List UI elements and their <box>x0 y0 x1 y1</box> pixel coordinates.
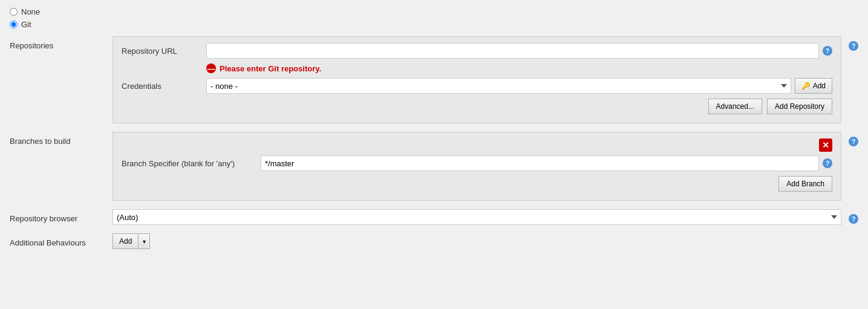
repo-browser-outer-help: ? <box>845 209 858 224</box>
repository-buttons: Advanced... Add Repository <box>122 99 832 114</box>
git-radio-item: Git <box>10 20 858 29</box>
branch-specifier-label: Branch Specifier (blank for 'any') <box>122 159 261 168</box>
repository-url-label: Repository URL <box>122 47 206 56</box>
none-radio-item: None <box>10 7 858 16</box>
error-icon: — <box>206 63 216 73</box>
none-label[interactable]: None <box>21 7 40 16</box>
additional-behaviours-label: Additional Behaviours <box>10 233 113 247</box>
repositories-help-icon[interactable]: ? <box>849 41 858 51</box>
credentials-select[interactable]: - none - <box>206 78 791 94</box>
scm-radio-group: None Git <box>10 7 858 29</box>
repositories-section: Repositories Repository URL ? — Please e… <box>10 36 858 123</box>
repo-browser-label: Repository browser <box>10 209 113 223</box>
git-radio[interactable] <box>10 21 18 28</box>
error-message: Please enter Git repository. <box>220 64 321 73</box>
branch-specifier-help-icon[interactable]: ? <box>823 158 832 168</box>
repo-browser-select[interactable]: (Auto) <box>113 209 841 225</box>
repo-browser-section: Repository browser (Auto) ? <box>10 209 858 225</box>
repository-url-help-icon[interactable]: ? <box>823 46 832 56</box>
key-icon: 🔑 <box>801 82 811 90</box>
none-radio[interactable] <box>10 8 18 16</box>
add-credentials-button[interactable]: 🔑 Add <box>795 78 832 94</box>
add-behaviour-dropdown: Add ▾ <box>113 233 150 249</box>
repository-url-error-row: — Please enter Git repository. <box>206 63 832 73</box>
branch-remove-row: ✕ <box>122 138 832 152</box>
page-container: None Git Repositories Repository URL ? —… <box>0 0 868 265</box>
branch-buttons: Add Branch <box>122 176 832 192</box>
repo-browser-row: (Auto) <box>113 209 841 225</box>
repositories-outer-help: ? <box>845 36 858 51</box>
remove-branch-button[interactable]: ✕ <box>819 138 832 152</box>
remove-icon: ✕ <box>822 140 829 150</box>
repository-url-input[interactable] <box>206 43 819 59</box>
chevron-down-icon: ▾ <box>143 238 146 245</box>
branches-outer-help: ? <box>845 132 858 146</box>
add-behaviour-main-button[interactable]: Add <box>113 233 138 249</box>
add-credentials-label: Add <box>813 82 826 90</box>
repo-browser-help-icon[interactable]: ? <box>849 214 858 224</box>
credentials-row: Credentials - none - 🔑 Add <box>122 78 832 94</box>
add-repository-button[interactable]: Add Repository <box>767 99 832 114</box>
credentials-label: Credentials <box>122 82 206 91</box>
branches-help-icon[interactable]: ? <box>849 137 858 146</box>
branches-content: ✕ Branch Specifier (blank for 'any') ? A… <box>113 132 841 201</box>
branch-specifier-row: Branch Specifier (blank for 'any') ? <box>122 155 832 171</box>
git-label[interactable]: Git <box>21 20 31 29</box>
branches-section: Branches to build ✕ Branch Specifier (bl… <box>10 132 858 201</box>
branches-label: Branches to build <box>10 132 113 146</box>
branch-specifier-input[interactable] <box>261 155 819 171</box>
repository-url-row: Repository URL ? <box>122 43 832 59</box>
advanced-button[interactable]: Advanced... <box>708 99 762 114</box>
add-behaviour-arrow-button[interactable]: ▾ <box>138 233 150 249</box>
repositories-label: Repositories <box>10 36 113 50</box>
repositories-content: Repository URL ? — Please enter Git repo… <box>113 36 841 123</box>
additional-behaviours-section: Additional Behaviours Add ▾ <box>10 233 858 249</box>
add-branch-button[interactable]: Add Branch <box>778 176 832 192</box>
